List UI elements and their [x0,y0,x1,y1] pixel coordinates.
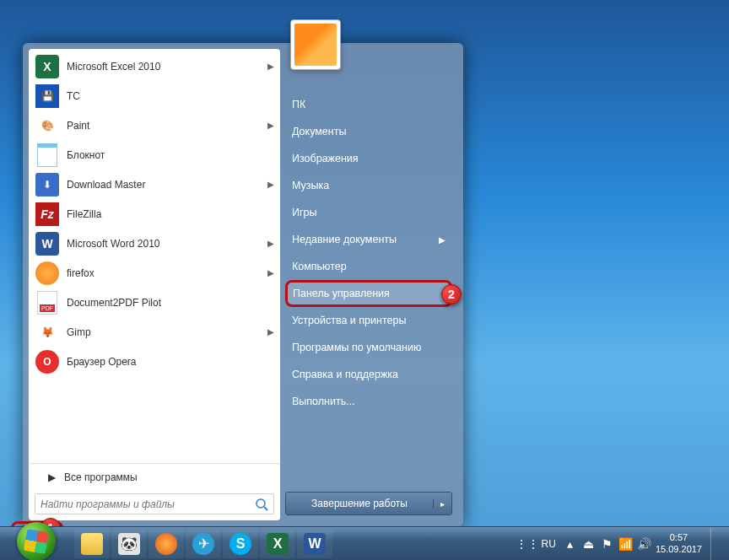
right-item-label: Выполнить... [292,396,355,407]
right-item-7[interactable]: Панель управления2 [285,280,452,307]
word-icon: W [35,231,60,256]
program-label: Document2PDF Pilot [67,297,161,309]
search-box [35,493,274,514]
right-item-label: Программы по умолчанию [292,342,421,353]
svg-point-0 [256,499,265,508]
taskbar-word[interactable]: W [297,530,332,558]
right-item-label: Документы [292,126,346,137]
right-item-label: Устройства и принтеры [292,315,406,326]
taskbar-date: 15.09.2017 [656,544,702,555]
program-item-filezilla[interactable]: FzFileZilla [30,199,279,229]
right-item-label: Панель управления [293,288,390,299]
taskbar-explorer[interactable] [74,530,110,558]
program-label: Microsoft Excel 2010 [67,61,160,73]
right-item-5[interactable]: Недавние документы▶ [285,226,452,253]
excel-icon: X [35,54,60,79]
tray-flag-icon[interactable]: ⚑ [600,536,615,552]
program-item-dm[interactable]: ⬇Download Master▶ [30,170,279,199]
taskbar: 🐼 ✈ S X W ⋮⋮ RU ▴ ⏏ ⚑ 📶 🔊 0:57 15.09.201… [0,526,729,560]
program-item-firefox[interactable]: firefox▶ [30,258,279,288]
program-item-notepad[interactable]: Блокнот [30,140,279,170]
submenu-arrow-icon: ▶ [267,121,274,130]
taskbar-telegram[interactable]: ✈ [186,530,221,558]
program-label: Microsoft Word 2010 [67,238,160,250]
notepad-icon [35,143,60,168]
taskbar-clock[interactable]: 0:57 15.09.2017 [656,532,702,554]
search-input[interactable] [35,494,250,514]
right-item-8[interactable]: Устройства и принтеры [285,307,452,334]
svg-line-1 [264,507,267,510]
tray-volume-icon[interactable]: 🔊 [637,536,652,552]
right-item-10[interactable]: Справка и поддержка [285,361,452,388]
program-label: Paint [67,120,89,132]
program-item-word[interactable]: WMicrosoft Word 2010▶ [30,229,279,258]
shutdown-button[interactable]: Завершение работы ▸ [285,492,452,515]
program-label: Download Master [67,179,145,191]
submenu-arrow-icon: ▶ [439,235,446,245]
submenu-arrow-icon: ▶ [267,180,274,189]
submenu-arrow-icon: ▶ [267,62,274,71]
program-item-opera[interactable]: OБраузер Opera [30,347,279,376]
tray-grip[interactable]: ⋮⋮ [520,536,535,552]
taskbar-skype[interactable]: S [223,530,258,558]
submenu-arrow-icon: ▶ [267,327,274,337]
arrow-right-icon: ▶ [48,471,56,483]
program-item-gimp[interactable]: 🦊Gimp▶ [30,317,279,347]
taskbar-app-panda[interactable]: 🐼 [111,530,147,558]
opera-icon: O [35,349,60,374]
tc-icon: 💾 [35,83,60,109]
right-item-11[interactable]: Выполнить... [285,388,452,415]
taskbar-firefox[interactable] [148,530,184,558]
user-avatar[interactable] [290,19,341,70]
program-label: TC [67,90,80,102]
all-programs-label: Все программы [64,471,138,483]
right-item-0[interactable]: ПК [285,91,452,118]
right-item-3[interactable]: Музыка [285,172,452,199]
right-item-9[interactable]: Программы по умолчанию [285,334,452,361]
tray-network-icon[interactable]: 📶 [618,536,634,552]
taskbar-excel[interactable]: X [260,530,295,558]
right-item-6[interactable]: Компьютер [285,253,452,280]
right-item-label: Изображения [292,153,359,164]
pdf-icon: PDF [35,290,60,315]
start-menu: XMicrosoft Excel 2010▶💾TC🎨Paint▶Блокнот⬇… [23,43,463,526]
right-item-4[interactable]: Игры [285,199,452,226]
shutdown-label: Завершение работы [286,498,433,509]
filezilla-icon: Fz [35,202,60,227]
all-programs[interactable]: ▶ Все программы [30,463,279,490]
show-desktop[interactable] [710,528,724,560]
right-item-label: Музыка [292,180,329,191]
search-icon[interactable] [250,494,273,514]
taskbar-time: 0:57 [656,532,702,543]
program-label: Браузер Opera [67,356,137,368]
right-item-label: Недавние документы [292,234,397,245]
tray-expand-icon[interactable]: ▴ [563,536,578,552]
program-label: firefox [67,267,94,279]
right-item-label: ПК [292,99,305,110]
taskbar-pinned: 🐼 ✈ S X W [74,530,332,558]
language-indicator[interactable]: RU [538,536,559,552]
right-item-1[interactable]: Документы [285,118,452,145]
program-item-tc[interactable]: 💾TC [30,81,279,110]
program-item-pdf[interactable]: PDFDocument2PDF Pilot [30,288,279,317]
right-item-2[interactable]: Изображения [285,145,452,172]
program-label: Блокнот [67,149,105,161]
start-left-pane: XMicrosoft Excel 2010▶💾TC🎨Paint▶Блокнот⬇… [29,49,280,520]
paint-icon: 🎨 [35,113,60,138]
submenu-arrow-icon: ▶ [267,268,274,277]
annotation-badge-2: 2 [441,284,462,304]
right-item-label: Справка и поддержка [292,369,398,380]
start-right-pane: ПКДокументыИзображенияМузыкаИгрыНедавние… [280,49,457,520]
program-item-paint[interactable]: 🎨Paint▶ [30,110,279,140]
shutdown-dropdown-icon[interactable]: ▸ [433,499,451,509]
program-item-excel[interactable]: XMicrosoft Excel 2010▶ [30,51,279,81]
gimp-icon: 🦊 [35,320,60,345]
windows-logo-icon [24,528,49,553]
system-tray: ⋮⋮ RU ▴ ⏏ ⚑ 📶 🔊 0:57 15.09.2017 [520,528,729,560]
program-label: FileZilla [67,208,101,220]
right-item-label: Игры [292,207,316,218]
program-label: Gimp [67,326,91,338]
tray-safe-remove-icon[interactable]: ⏏ [581,536,597,552]
start-button[interactable] [17,522,56,561]
dm-icon: ⬇ [35,172,60,197]
